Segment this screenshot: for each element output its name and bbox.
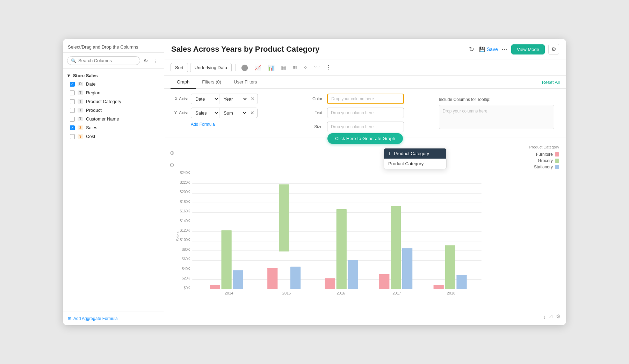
graph-config: X-Axis: Date Year Month Quarter ✕ [164,89,566,138]
checkbox-region[interactable] [70,90,75,95]
col-item-customer-name[interactable]: T Customer Name [63,115,164,123]
col-label-customer-name: Customer Name [86,116,119,122]
filter-add-icon[interactable]: ⊕ [168,148,175,157]
group-header[interactable]: ▼ Store Sales [63,72,164,80]
tooltip-drop-zone[interactable]: Drop your columns here [439,105,555,129]
svg-text:$0K: $0K [184,286,190,290]
color-drop-zone[interactable]: Drop your column here [327,94,404,104]
tab-user-filters[interactable]: User Filters [227,76,263,89]
legend-item-grocery: Grocery [529,158,559,163]
chart-type-scatter[interactable]: ⁘ [301,63,310,72]
type-region: T [78,90,83,95]
checkbox-sales[interactable]: ✓ [70,125,75,130]
legend-label-furniture: Furniture [536,152,553,157]
type-customer-name: T [78,117,83,121]
add-formula-link[interactable]: Add Formula [191,122,215,127]
underlying-data-button[interactable]: Underlying Data [190,63,232,72]
svg-text:2015: 2015 [282,291,291,295]
col-item-region[interactable]: T Region [63,88,164,97]
chart-legend: Product Category Furniture Grocery Stati… [529,145,559,169]
dropdown-popup: T Product Category Product Category [384,148,447,169]
legend-label-stationery: Stationery [534,165,553,169]
group-arrow-icon: ▼ [66,73,71,78]
settings-icon-btn[interactable]: ⚙ [548,44,559,55]
svg-rect-32 [290,267,301,289]
checkbox-product-category[interactable] [70,99,75,104]
search-input[interactable] [78,58,136,63]
sort-button[interactable]: Sort [171,63,188,72]
filter-chart-btn[interactable]: ⊿ [549,313,553,320]
col-item-product-category[interactable]: T Product Category [63,97,164,106]
legend-dot-grocery [555,159,559,163]
col-item-date[interactable]: ✓ D Date [63,80,164,88]
save-button[interactable]: 💾 Save [479,46,498,52]
chart-type-line[interactable]: 📈 [252,63,263,72]
settings-chart-btn[interactable]: ⚙ [556,313,561,320]
x-axis-row: X-Axis: Date Year Month Quarter ✕ [171,94,303,104]
search-input-wrap[interactable]: 🔍 [67,56,140,65]
chart-type-grouped-bar[interactable]: ▦ [279,63,288,72]
chart-type-area[interactable]: ≋ [290,63,299,72]
color-drop-placeholder: Drop your column here [331,96,374,101]
checkbox-product[interactable] [70,108,75,113]
toolbar-more-icon[interactable]: ⋮ [325,64,332,71]
add-aggregate-formula-link[interactable]: ⊞ Add Aggregate Formula [68,316,159,321]
svg-text:$20K: $20K [182,276,190,280]
text-label: Text: [310,110,324,115]
y-axis-agg-select[interactable]: Sum Avg Count [219,108,247,118]
generate-graph-button[interactable]: Click Here to Generate Graph [327,133,403,144]
save-icon: 💾 [479,46,485,52]
size-drop-zone[interactable]: Drop your column here [327,122,404,132]
axes-config: X-Axis: Date Year Month Quarter ✕ [171,94,303,133]
svg-text:Sales: Sales [176,231,180,241]
more-icon[interactable]: ⋯ [501,45,508,53]
checkbox-cost[interactable] [70,134,75,139]
svg-text:$220K: $220K [180,181,190,184]
main: Sales Across Years by Product Category ↻… [164,39,566,325]
chart-type-other[interactable]: 〰 [312,63,322,72]
x-axis-agg-select[interactable]: Year Month Quarter [219,94,248,104]
svg-rect-34 [337,209,347,289]
y-axis-label: Y- Axis: [171,110,188,115]
right-config: Color: Drop your column here Text: Drop … [310,94,426,133]
chart-type-dot[interactable]: ⬤ [239,62,250,73]
col-label-product: Product [86,108,102,113]
svg-text:2016: 2016 [337,291,345,295]
bar-chart-svg: $0K $20K $40K $60K $80K $100K $120K $140… [175,145,559,318]
col-label-sales: Sales [86,125,97,130]
col-label-product-category: Product Category [86,99,121,104]
col-item-cost[interactable]: $ Cost [63,132,164,141]
svg-rect-39 [434,285,444,289]
header-actions: ↻ 💾 Save ⋯ View Mode ⚙ [468,44,559,55]
checkbox-date[interactable]: ✓ [70,82,75,87]
col-item-sales[interactable]: ✓ $ Sales [63,123,164,132]
checkbox-customer-name[interactable] [70,117,75,122]
text-drop-zone[interactable]: Drop your column here [327,108,404,118]
x-axis-clear-btn[interactable]: ✕ [248,95,258,103]
svg-text:$60K: $60K [182,257,190,261]
svg-rect-41 [456,275,467,289]
svg-rect-30 [267,268,277,289]
dropdown-item-product-category[interactable]: Product Category [384,159,446,169]
refresh-icon-btn[interactable]: ↻ [142,57,150,65]
toolbar-divider [235,64,236,71]
col-item-product[interactable]: T Product [63,106,164,115]
chart-left-tools: ⊕ ⚙ [168,148,175,169]
svg-rect-29 [233,270,243,289]
x-axis-field-select[interactable]: Date [191,94,219,104]
chart-settings-icon[interactable]: ⚙ [168,161,175,169]
chart-type-bar[interactable]: 📊 [266,63,277,72]
svg-text:$180K: $180K [180,200,190,204]
tab-filters[interactable]: Filters (0) [196,76,227,89]
sort-chart-btn[interactable]: ↕ [543,313,546,320]
y-axis-clear-btn[interactable]: ✕ [247,109,257,117]
y-axis-field-select[interactable]: Sales [191,108,219,118]
tab-graph[interactable]: Graph [171,76,196,89]
refresh-btn[interactable]: ↻ [468,45,476,54]
reset-all-link[interactable]: Reset All [542,80,560,85]
view-mode-button[interactable]: View Mode [511,44,545,54]
svg-text:$160K: $160K [180,209,190,213]
more-options-btn[interactable]: ⋮ [152,57,160,65]
legend-item-furniture: Furniture [529,152,559,157]
svg-text:$120K: $120K [180,228,190,232]
